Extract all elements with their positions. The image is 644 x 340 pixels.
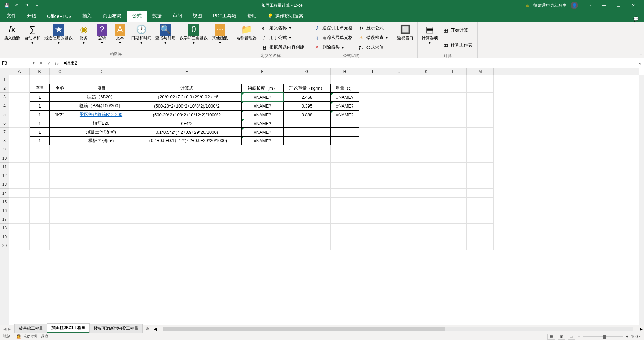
enter-formula-icon[interactable]: ✓ bbox=[47, 60, 51, 66]
cell[interactable] bbox=[386, 215, 413, 224]
cell[interactable] bbox=[132, 171, 241, 180]
remove-arrows-button[interactable]: ✕删除箭头 ▾ bbox=[312, 43, 355, 51]
cell[interactable] bbox=[386, 128, 413, 136]
tab-review[interactable]: 审阅 bbox=[167, 11, 187, 22]
calculation-options-button[interactable]: ▤计算选项▾ bbox=[420, 23, 439, 46]
cell[interactable] bbox=[50, 224, 70, 232]
row-header[interactable]: 8 bbox=[0, 136, 9, 145]
cell[interactable] bbox=[30, 180, 50, 189]
tab-officeplus[interactable]: OfficePLUS bbox=[42, 11, 77, 22]
cell[interactable] bbox=[30, 224, 50, 232]
cancel-formula-icon[interactable]: ✕ bbox=[39, 60, 43, 66]
cell[interactable]: 箍筋（B8@100/200） bbox=[70, 101, 132, 110]
cell[interactable] bbox=[331, 189, 359, 198]
cell[interactable] bbox=[241, 232, 283, 241]
cell[interactable] bbox=[241, 241, 283, 250]
cell[interactable]: 0.1*0.5*2*(7.2+0.9+29*20/1000) bbox=[132, 128, 241, 136]
share-icon[interactable]: 💬 bbox=[629, 16, 643, 22]
cell[interactable]: 1 bbox=[30, 110, 50, 119]
cell[interactable]: 重量（t） bbox=[331, 84, 359, 93]
cell[interactable] bbox=[70, 163, 132, 171]
name-box[interactable]: F3▼ bbox=[0, 58, 37, 68]
cell[interactable] bbox=[440, 145, 467, 154]
cell[interactable]: 0.888 bbox=[283, 110, 331, 119]
redo-icon[interactable]: ↷ bbox=[23, 1, 31, 9]
cell[interactable] bbox=[386, 84, 413, 93]
cell[interactable] bbox=[413, 119, 440, 128]
cell[interactable] bbox=[9, 163, 30, 171]
cell[interactable] bbox=[440, 171, 467, 180]
watch-window-button[interactable]: 🔲监视窗口 bbox=[396, 23, 415, 41]
cell[interactable] bbox=[359, 84, 386, 93]
create-from-selection-button[interactable]: ▦根据所选内容创建 bbox=[259, 43, 306, 51]
cell[interactable] bbox=[413, 215, 440, 224]
use-in-formula-button[interactable]: ƒ用于公式 ▾ bbox=[259, 34, 306, 42]
cell[interactable] bbox=[331, 154, 359, 163]
cell[interactable] bbox=[331, 75, 359, 84]
cell[interactable]: #NAME? bbox=[331, 101, 359, 110]
vertical-scrollbar[interactable] bbox=[639, 75, 644, 325]
cell[interactable] bbox=[50, 241, 70, 250]
warning-icon[interactable]: ⚠ bbox=[526, 3, 529, 8]
cell[interactable]: 1 bbox=[30, 128, 50, 136]
evaluate-formula-button[interactable]: ƒₓ公式求值 bbox=[356, 43, 390, 51]
cell[interactable]: 名称 bbox=[50, 84, 70, 93]
cell[interactable] bbox=[413, 241, 440, 250]
cell[interactable] bbox=[440, 180, 467, 189]
cell[interactable] bbox=[359, 171, 386, 180]
cell[interactable] bbox=[283, 171, 331, 180]
cell[interactable] bbox=[132, 189, 241, 198]
cell[interactable]: 钢筋长度（m） bbox=[241, 84, 283, 93]
save-icon[interactable]: 💾 bbox=[3, 1, 11, 9]
cell[interactable] bbox=[132, 206, 241, 215]
cell[interactable] bbox=[331, 198, 359, 206]
cell[interactable]: （20*0.02+7.2+0.9+29*0.02）*6 bbox=[132, 93, 241, 101]
zoom-in-icon[interactable]: + bbox=[626, 334, 628, 339]
autosum-button[interactable]: ∑自动求和▾ bbox=[23, 23, 42, 46]
column-header[interactable]: J bbox=[386, 68, 413, 75]
cell[interactable] bbox=[331, 119, 359, 128]
cell[interactable] bbox=[413, 180, 440, 189]
select-all-cells[interactable] bbox=[0, 68, 9, 75]
mathtrig-button[interactable]: θ数学和三角函数▾ bbox=[178, 23, 209, 46]
cell[interactable] bbox=[413, 128, 440, 136]
cell[interactable]: #NAME? bbox=[241, 110, 283, 119]
formula-input[interactable]: =结果2 bbox=[61, 58, 636, 68]
cell[interactable] bbox=[30, 198, 50, 206]
cell[interactable] bbox=[413, 206, 440, 215]
cell[interactable] bbox=[386, 119, 413, 128]
normal-view-icon[interactable]: ▦ bbox=[547, 334, 555, 340]
cell[interactable] bbox=[467, 75, 494, 84]
insert-function-icon[interactable]: fₓ bbox=[55, 60, 59, 66]
calculate-sheet-button[interactable]: ▦计算工作表 bbox=[441, 41, 475, 49]
cell[interactable]: (500-20*2+100*2+10*8*2)/1000*2 bbox=[132, 101, 241, 110]
cell[interactable] bbox=[467, 84, 494, 93]
cell[interactable]: #NAME? bbox=[241, 119, 283, 128]
cell[interactable] bbox=[359, 154, 386, 163]
cell[interactable] bbox=[467, 232, 494, 241]
cell[interactable] bbox=[132, 145, 241, 154]
cell[interactable] bbox=[241, 198, 283, 206]
row-header[interactable]: 16 bbox=[0, 206, 9, 215]
row-header[interactable]: 1 bbox=[0, 75, 9, 84]
cell[interactable]: 植筋B20 bbox=[70, 119, 132, 128]
cell[interactable] bbox=[331, 128, 359, 136]
cell[interactable] bbox=[440, 232, 467, 241]
cell[interactable]: 1 bbox=[30, 119, 50, 128]
cell[interactable] bbox=[331, 232, 359, 241]
zoom-out-icon[interactable]: − bbox=[578, 334, 580, 339]
cell[interactable] bbox=[30, 75, 50, 84]
row-header[interactable]: 10 bbox=[0, 154, 9, 163]
cell[interactable] bbox=[283, 119, 331, 128]
cell[interactable] bbox=[9, 136, 30, 145]
cell[interactable] bbox=[50, 198, 70, 206]
cell[interactable]: 1 bbox=[30, 136, 50, 145]
cell[interactable] bbox=[386, 241, 413, 250]
cell[interactable] bbox=[50, 163, 70, 171]
name-manager-button[interactable]: 📁名称管理器 bbox=[235, 23, 258, 41]
cell[interactable] bbox=[467, 224, 494, 232]
cell[interactable] bbox=[467, 206, 494, 215]
cell[interactable] bbox=[331, 136, 359, 145]
cell[interactable] bbox=[440, 224, 467, 232]
cell[interactable] bbox=[9, 241, 30, 250]
